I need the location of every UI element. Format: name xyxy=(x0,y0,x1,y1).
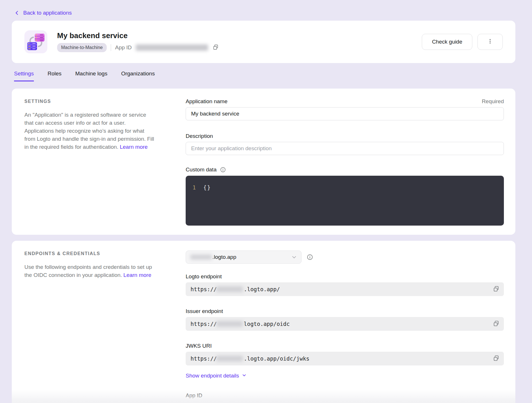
tenant-domain-info-icon[interactable] xyxy=(306,254,313,261)
issuer-endpoint-label: Issuer endpoint xyxy=(186,308,504,314)
endpoint-prefix: https:// xyxy=(191,355,217,362)
tab-roles[interactable]: Roles xyxy=(48,71,62,81)
tab-organizations[interactable]: Organizations xyxy=(121,71,155,81)
back-icon xyxy=(14,10,20,16)
tab-bar: Settings Roles Machine logs Organization… xyxy=(14,71,515,81)
copy-jwks-uri-button[interactable] xyxy=(492,354,500,363)
copy-icon xyxy=(493,286,499,293)
settings-card: SETTINGS An "Application" is a registere… xyxy=(12,89,515,235)
app-id-label: App ID xyxy=(115,44,132,51)
jwks-uri-label: JWKS URI xyxy=(186,343,504,349)
endpoint-prefix: https:// xyxy=(191,286,217,292)
show-endpoint-details-label: Show endpoint details xyxy=(186,373,239,379)
logto-endpoint-group: Logto endpoint https:// .logto.app/ xyxy=(186,273,504,296)
issuer-endpoint-value: https:// logto.app/oidc xyxy=(186,317,504,331)
app-id-masked-value xyxy=(136,44,208,51)
endpoint-prefix: https:// xyxy=(191,321,217,327)
description-input[interactable] xyxy=(186,142,504,155)
endpoints-card: ENDPOINTS & CREDENTIALS Use the followin… xyxy=(12,241,515,403)
editor-line-number: 1 xyxy=(193,184,196,191)
kebab-icon xyxy=(487,38,493,46)
logto-endpoint-value: https:// .logto.app/ xyxy=(186,282,504,296)
app-meta-row: Machine-to-Machine App ID xyxy=(57,43,219,52)
endpoint-suffix: logto.app/oidc xyxy=(244,321,290,327)
header-actions: Check guide xyxy=(422,34,503,50)
back-link-label: Back to applications xyxy=(23,10,72,16)
custom-data-code-editor[interactable]: 1{} xyxy=(186,176,504,226)
settings-learn-more-link[interactable]: Learn more xyxy=(120,144,147,150)
app-logo-icon xyxy=(24,30,47,53)
tenant-domain-row: .logto.app xyxy=(186,251,504,264)
settings-card-intro: SETTINGS An "Application" is a registere… xyxy=(24,98,155,226)
copy-app-id-button[interactable] xyxy=(212,44,219,52)
settings-form: Application name Required Description Cu… xyxy=(186,98,504,226)
copy-logto-endpoint-button[interactable] xyxy=(492,285,500,294)
app-header-text: My backend service Machine-to-Machine Ap… xyxy=(57,32,219,52)
endpoint-suffix: .logto.app/ xyxy=(244,286,280,292)
app-header-info: My backend service Machine-to-Machine Ap… xyxy=(24,30,219,53)
custom-data-group: Custom data 1{} xyxy=(186,167,504,226)
app-id-field-label: App ID xyxy=(186,392,504,399)
app-id-group: App ID xyxy=(186,392,504,403)
custom-data-info-icon[interactable] xyxy=(220,167,226,173)
page-title: My backend service xyxy=(57,32,219,40)
endpoints-heading: ENDPOINTS & CREDENTIALS xyxy=(24,251,155,256)
application-name-label: Application name xyxy=(186,98,228,105)
application-name-group: Application name Required xyxy=(186,98,504,120)
endpoints-card-intro: ENDPOINTS & CREDENTIALS Use the followin… xyxy=(24,251,155,403)
tab-settings[interactable]: Settings xyxy=(14,71,34,81)
application-details-page: Back to applications xyxy=(0,0,532,403)
endpoint-suffix: .logto.app/oidc/jwks xyxy=(244,355,310,362)
endpoint-masked xyxy=(216,356,243,361)
copy-icon xyxy=(493,320,499,328)
check-guide-button[interactable]: Check guide xyxy=(422,34,472,50)
more-actions-button[interactable] xyxy=(477,34,503,50)
endpoint-masked xyxy=(216,286,243,292)
tenant-domain-masked xyxy=(191,255,212,260)
show-endpoint-details-link[interactable]: Show endpoint details xyxy=(186,373,247,379)
app-type-badge: Machine-to-Machine xyxy=(57,43,107,52)
logto-endpoint-label: Logto endpoint xyxy=(186,273,504,280)
endpoints-learn-more-link[interactable]: Learn more xyxy=(123,272,151,278)
description-label: Description xyxy=(186,133,504,139)
tenant-domain-select[interactable]: .logto.app xyxy=(186,251,302,264)
meta-divider xyxy=(111,44,111,51)
editor-content: {} xyxy=(203,184,211,191)
back-to-applications-link[interactable]: Back to applications xyxy=(14,10,72,16)
jwks-uri-value: https:// .logto.app/oidc/jwks xyxy=(186,352,504,365)
tenant-domain-suffix: .logto.app xyxy=(212,254,236,260)
issuer-endpoint-group: Issuer endpoint https:// logto.app/oidc xyxy=(186,308,504,331)
copy-issuer-endpoint-button[interactable] xyxy=(492,319,500,329)
app-header-card: My backend service Machine-to-Machine Ap… xyxy=(12,21,515,63)
tab-machine-logs[interactable]: Machine logs xyxy=(75,71,107,81)
app-id-field-value xyxy=(186,401,504,403)
copy-icon xyxy=(213,44,219,51)
chevron-down-icon xyxy=(242,373,247,379)
settings-heading: SETTINGS xyxy=(24,99,155,104)
jwks-uri-group: JWKS URI https:// .logto.app/oidc/jwks xyxy=(186,343,504,365)
required-badge: Required xyxy=(482,98,504,105)
custom-data-label: Custom data xyxy=(186,167,217,173)
copy-icon xyxy=(493,355,499,362)
description-group: Description xyxy=(186,133,504,155)
application-name-input[interactable] xyxy=(186,107,504,120)
settings-description: An "Application" is a registered softwar… xyxy=(24,111,155,151)
endpoints-description: Use the following endpoints and credenti… xyxy=(24,263,155,279)
endpoints-form: .logto.app Logto endpoint https:// .logt xyxy=(186,251,504,403)
chevron-down-icon xyxy=(291,254,297,260)
endpoint-masked xyxy=(216,321,243,327)
